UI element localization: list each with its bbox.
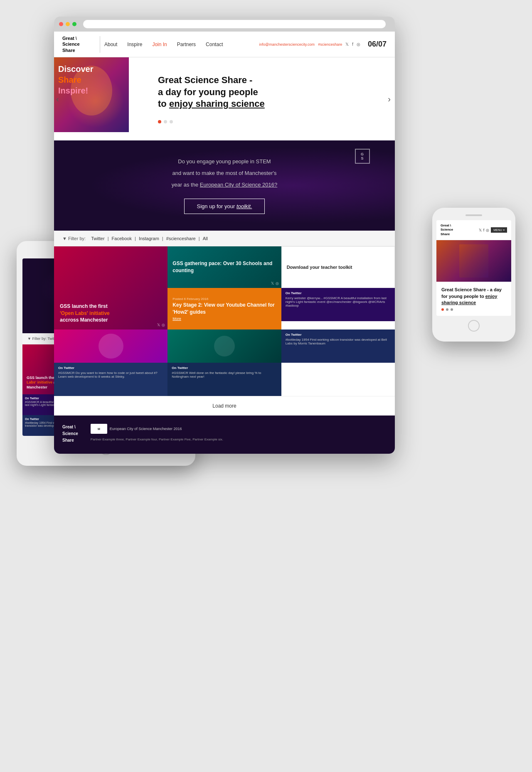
nav-joinin[interactable]: Join In — [152, 42, 167, 47]
load-more-bar: Load more — [54, 396, 395, 416]
nav-right: info@manchestersciencecity.com #sciences… — [259, 40, 387, 49]
hero-title-line3-underline: enjoy sharing science — [169, 98, 265, 109]
twitter-label-1: On Twitter — [286, 291, 391, 295]
logo-text: Great \ScienceShare — [62, 36, 80, 53]
footer-partner: M European City of Science Manchester 20… — [91, 424, 223, 434]
photo-person-1 — [99, 334, 123, 359]
gss-pace-icons: 𝕏 ◎ — [271, 281, 279, 285]
phone-social-icons: 𝕏 f ◎ — [479, 228, 490, 232]
dark-line3: year as the European City of Science 201… — [62, 180, 387, 189]
hero-section: ‹ Discover Share Inspire! Great Science … — [54, 57, 395, 140]
grid-cell-open-labs: GSS launch the first 'Open Labs' initiat… — [54, 246, 167, 329]
phone-dot-3[interactable] — [451, 308, 453, 311]
phone-dot-1[interactable] — [441, 308, 444, 311]
signup-toolkit-label: toolkit. — [236, 203, 252, 209]
close-button[interactable] — [59, 22, 63, 26]
hero-dot-1[interactable] — [158, 120, 161, 123]
grid-cell-twitter-4: On Twitter #GSSMCR Well done on the fant… — [167, 363, 281, 396]
filter-bar: ▼ Filter by: Twitter | Facebook | Instag… — [54, 231, 395, 246]
grid-cell-download: Download your teacher toolkit — [281, 246, 395, 288]
filter-twitter[interactable]: Twitter — [91, 236, 104, 241]
filter-scienceshare[interactable]: #scienceshare — [166, 236, 196, 241]
instagram-share-icon: ◎ — [162, 323, 165, 327]
maximize-button[interactable] — [72, 22, 76, 26]
hero-dot-2[interactable] — [164, 120, 167, 123]
hero-dot-3[interactable] — [170, 120, 173, 123]
nav-links: About Inspire Join In Partners Contact — [104, 42, 259, 47]
filter-instagram[interactable]: Instagram — [139, 236, 159, 241]
open-labs-social-icons: 𝕏 ◎ — [157, 323, 165, 327]
footer-logo: Great \ScienceShare — [62, 424, 78, 444]
discover-text: Discover — [58, 64, 94, 74]
phone-dot-2[interactable] — [446, 308, 448, 311]
phone-hero-bg — [436, 240, 511, 282]
phone-text-section: Great Science Share - a day for young pe… — [436, 282, 511, 316]
twitter-text-3: #GSSMCR Do you want to learn how to code… — [58, 371, 163, 379]
filter-all[interactable]: All — [203, 236, 208, 241]
european-city-link[interactable]: European City of Science 2016? — [200, 182, 277, 188]
phone-instagram-icon: ◎ — [486, 228, 489, 232]
nav-contact[interactable]: Contact — [206, 42, 223, 47]
open-labs-link[interactable]: 'Open Labs' initiative — [60, 310, 110, 316]
share-text: Share — [58, 74, 94, 85]
facebook-icon: f — [352, 42, 353, 47]
tablet-filter-label: ▼ Filter by: — [27, 337, 47, 341]
inspire-text: Inspire! — [58, 85, 94, 96]
twitter-icon: 𝕏 — [345, 42, 349, 47]
phone-home-button[interactable] — [468, 320, 480, 332]
address-bar[interactable] — [83, 20, 386, 28]
grid-cell-gss-pace: GSS gathering pace: Over 30 Schools and … — [167, 246, 281, 288]
twitter-text-1: Kerry webster @kerryw... #GSSMCR A beaut… — [286, 296, 391, 307]
twitter-share-icon: 𝕏 — [157, 323, 160, 327]
phone-speaker — [466, 214, 482, 216]
site-logo: Great \ScienceShare — [62, 35, 96, 53]
youtube-more-link[interactable]: More — [172, 317, 276, 321]
gss-badge: GS — [355, 149, 370, 164]
hero-title-line3-prefix: to — [158, 98, 169, 109]
footer-partner-text: European City of Science Manchester 2016 — [110, 426, 182, 432]
dark-line2: and want to make the most of Manchester'… — [62, 169, 387, 178]
nav-inspire[interactable]: Inspire — [127, 42, 142, 47]
filter-facebook[interactable]: Facebook — [112, 236, 132, 241]
hamburger-icon: ≡ — [503, 229, 505, 231]
youtube-text: Key Stage 2: View our Youtube Channel fo… — [172, 302, 276, 316]
phone-logo: Great \ScienceShare — [441, 224, 453, 236]
phone-nav-right: 𝕏 f ◎ MENU ≡ — [479, 227, 507, 233]
phone-facebook-icon: f — [483, 228, 485, 232]
nav-hashtag: #scienceshare — [318, 42, 342, 47]
nav-email: info@manchestersciencecity.com — [259, 42, 315, 47]
dark-line1: Do you engage young people in STEM — [62, 157, 387, 166]
twitter-label-4: On Twitter — [172, 366, 277, 370]
open-labs-line1: GSS launch the first — [60, 303, 108, 309]
grid-cell-youtube: Posted 6 February 2016 Key Stage 2: View… — [167, 288, 281, 329]
nav-about[interactable]: About — [104, 42, 117, 47]
nav-partners[interactable]: Partners — [177, 42, 196, 47]
load-more-link[interactable]: Load more — [212, 403, 236, 409]
nav-divider — [100, 36, 100, 53]
filter-label: ▼ Filter by: — [62, 236, 86, 241]
grid-cell-photo-pink — [54, 329, 167, 363]
hero-prev-arrow[interactable]: ‹ — [56, 94, 59, 104]
phone-hero-image — [436, 240, 511, 282]
phone-navigation: Great \ScienceShare 𝕏 f ◎ MENU ≡ — [436, 220, 511, 240]
ig-icon-gss: ◎ — [276, 281, 279, 285]
hero-next-arrow[interactable]: › — [388, 94, 391, 104]
gss-pace-text: GSS gathering pace: Over 30 Schools and … — [172, 260, 276, 274]
hero-title: Great Science Share - a day for young pe… — [158, 74, 382, 110]
twitter-text-4: #GSSMCR Well done on the fantastic day! … — [172, 371, 277, 379]
signup-button[interactable]: Sign up for your toolkit. — [184, 199, 265, 214]
hero-carousel-dots — [158, 120, 382, 123]
open-labs-text: GSS launch the first 'Open Labs' initiat… — [60, 303, 110, 324]
desktop-browser: Great \ScienceShare About Inspire Join I… — [54, 17, 395, 454]
nav-date: 06/07 — [368, 40, 387, 49]
browser-chrome — [54, 17, 395, 32]
phone-menu-button[interactable]: MENU ≡ — [491, 227, 507, 233]
hero-title-line1: Great Science Share - — [158, 75, 252, 85]
dark-line3-prefix: year as the — [172, 182, 200, 188]
grid-cell-twitter-3: On Twitter #GSSMCR Do you want to learn … — [54, 363, 167, 396]
minimize-button[interactable] — [66, 22, 70, 26]
grid-cell-photo-teal — [167, 329, 281, 363]
youtube-date: Posted 6 February 2016 — [172, 297, 276, 301]
phone-screen: Great \ScienceShare 𝕏 f ◎ MENU ≡ — [436, 220, 511, 316]
tw-icon-gss: 𝕏 — [271, 281, 274, 285]
